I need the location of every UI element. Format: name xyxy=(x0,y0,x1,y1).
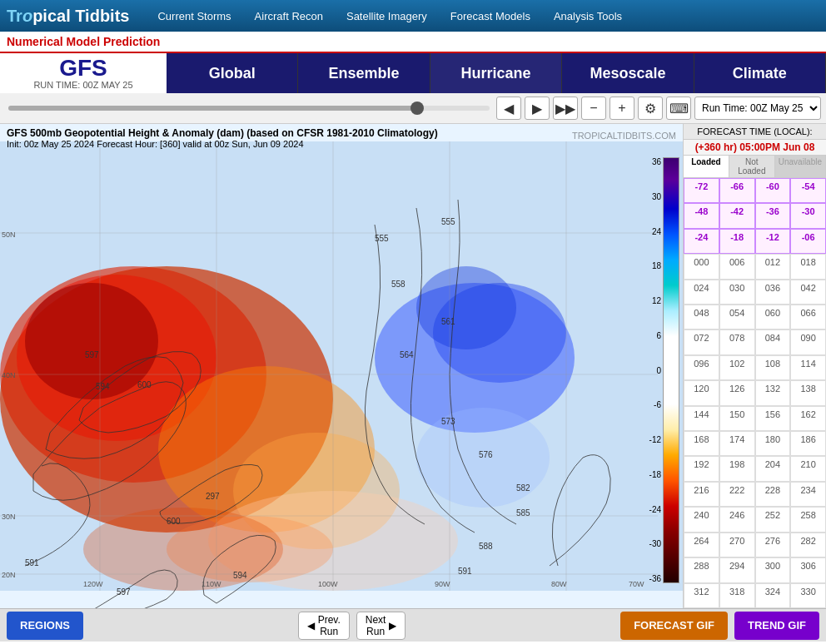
tab-global[interactable]: Global xyxy=(167,53,298,93)
forecast-hour-btn[interactable]: 258 xyxy=(790,507,826,532)
nav-analysis-tools[interactable]: Analysis Tools xyxy=(542,0,634,32)
forecast-hour-btn[interactable]: 030 xyxy=(719,280,755,305)
forecast-hour-btn[interactable]: 072 xyxy=(684,329,719,354)
forecast-hour-btn[interactable]: -42 xyxy=(719,203,755,228)
forecast-hour-btn[interactable]: 288 xyxy=(684,557,719,582)
forecast-hour-btn[interactable]: 252 xyxy=(755,507,791,532)
forecast-hour-btn[interactable]: 192 xyxy=(684,456,719,481)
forecast-hour-btn[interactable]: 012 xyxy=(755,254,791,279)
forecast-hour-btn[interactable]: 330 xyxy=(790,583,826,608)
forecast-gif-button[interactable]: FORECAST GIF xyxy=(620,612,728,640)
scale-labels: 36 30 24 18 12 6 0 -6 -12 -18 -24 -30 -3… xyxy=(649,157,661,583)
forecast-hour-btn[interactable]: 132 xyxy=(755,380,791,405)
forecast-hour-btn[interactable]: 156 xyxy=(755,406,791,431)
forecast-hour-btn[interactable]: 126 xyxy=(719,380,755,405)
tab-unavailable[interactable]: Unavailable xyxy=(775,156,826,177)
forecast-hour-btn[interactable]: 264 xyxy=(684,533,719,557)
forecast-hour-btn[interactable]: -12 xyxy=(755,229,791,254)
forecast-hour-btn[interactable]: 198 xyxy=(719,456,755,481)
forecast-hour-btn[interactable]: 150 xyxy=(719,406,755,431)
forecast-hour-btn[interactable]: 066 xyxy=(790,305,826,329)
trend-gif-button[interactable]: TREND GIF xyxy=(734,612,819,640)
forecast-hour-btn[interactable]: 312 xyxy=(684,583,719,608)
forecast-hour-btn[interactable]: 138 xyxy=(790,380,826,405)
forecast-hour-btn[interactable]: -66 xyxy=(719,178,755,203)
nav-forecast-models[interactable]: Forecast Models xyxy=(439,0,542,32)
forecast-hour-btn[interactable]: -06 xyxy=(790,229,826,254)
forecast-hour-btn[interactable]: 276 xyxy=(755,533,791,557)
forecast-hour-btn[interactable]: 018 xyxy=(790,254,826,279)
forecast-hour-btn[interactable]: 210 xyxy=(790,456,826,481)
forecast-hour-btn[interactable]: 090 xyxy=(790,329,826,354)
forecast-hour-btn[interactable]: 240 xyxy=(684,507,719,532)
forecast-hour-btn[interactable]: 144 xyxy=(684,406,719,431)
forecast-hour-btn[interactable]: 174 xyxy=(719,431,755,456)
forecast-hour-btn[interactable]: 204 xyxy=(755,456,791,481)
forecast-hour-btn[interactable]: 222 xyxy=(719,482,755,507)
settings-button[interactable]: ⚙ xyxy=(638,97,663,120)
forecast-hour-btn[interactable]: 216 xyxy=(684,482,719,507)
next-button[interactable]: ▶▶ xyxy=(553,97,578,120)
forecast-hour-btn[interactable]: 096 xyxy=(684,355,719,380)
forecast-hour-btn[interactable]: -48 xyxy=(684,203,719,228)
forecast-hour-btn[interactable]: -36 xyxy=(755,203,791,228)
scale-label: 12 xyxy=(649,296,661,305)
forecast-hour-btn[interactable]: -30 xyxy=(790,203,826,228)
forecast-hour-btn[interactable]: 102 xyxy=(719,355,755,380)
tab-not-loaded[interactable]: Not Loaded xyxy=(729,156,775,177)
forecast-hour-btn[interactable]: 162 xyxy=(790,406,826,431)
tab-loaded[interactable]: Loaded xyxy=(684,156,729,177)
forecast-slider-container[interactable] xyxy=(5,106,493,111)
forecast-hour-btn[interactable]: 084 xyxy=(755,329,791,354)
forecast-hour-btn[interactable]: -24 xyxy=(684,229,719,254)
forecast-hour-btn[interactable]: 000 xyxy=(684,254,719,279)
forecast-hour-btn[interactable]: 048 xyxy=(684,305,719,329)
forecast-hour-btn[interactable]: 114 xyxy=(790,355,826,380)
forecast-hour-btn[interactable]: 306 xyxy=(790,557,826,582)
forecast-hour-btn[interactable]: 168 xyxy=(684,431,719,456)
forecast-hour-btn[interactable]: 024 xyxy=(684,280,719,305)
forecast-hour-btn[interactable]: 108 xyxy=(755,355,791,380)
forecast-hour-btn[interactable]: 324 xyxy=(755,583,791,608)
tab-mesoscale[interactable]: Mesoscale xyxy=(562,53,694,93)
forecast-hour-btn[interactable]: 318 xyxy=(719,583,755,608)
forecast-hour-btn[interactable]: 186 xyxy=(790,431,826,456)
forecast-hour-btn[interactable]: -60 xyxy=(755,178,791,203)
minus-button[interactable]: − xyxy=(581,97,606,120)
next-run-button[interactable]: NextRun ▶ xyxy=(356,612,406,640)
forecast-slider-thumb[interactable] xyxy=(411,102,424,115)
nav-current-storms[interactable]: Current Storms xyxy=(146,0,242,32)
nav-aircraft-recon[interactable]: Aircraft Recon xyxy=(243,0,335,32)
prev-run-button[interactable]: ◀ Prev.Run xyxy=(298,612,350,640)
run-time-select[interactable]: Run Time: 00Z May 25 xyxy=(694,97,821,120)
keyboard-button[interactable]: ⌨ xyxy=(666,97,691,120)
forecast-hour-btn[interactable]: 078 xyxy=(719,329,755,354)
forecast-hour-btn[interactable]: 270 xyxy=(719,533,755,557)
nav-satellite-imagery[interactable]: Satellite Imagery xyxy=(335,0,439,32)
forecast-hour-btn[interactable]: 228 xyxy=(755,482,791,507)
play-button[interactable]: ▶ xyxy=(525,97,550,120)
regions-button[interactable]: REGIONS xyxy=(7,612,83,640)
forecast-hour-btn[interactable]: -72 xyxy=(684,178,719,203)
tab-hurricane[interactable]: Hurricane xyxy=(430,53,562,93)
tab-climate[interactable]: Climate xyxy=(694,53,826,93)
forecast-hour-btn[interactable]: 120 xyxy=(684,380,719,405)
forecast-hour-btn[interactable]: 180 xyxy=(755,431,791,456)
site-logo[interactable]: Tropical Tidbits xyxy=(7,7,129,26)
plus-button[interactable]: + xyxy=(610,97,634,120)
forecast-hour-btn[interactable]: 060 xyxy=(755,305,791,329)
forecast-hour-btn[interactable]: 036 xyxy=(755,280,791,305)
forecast-hour-btn[interactable]: 042 xyxy=(790,280,826,305)
forecast-hour-btn[interactable]: 006 xyxy=(719,254,755,279)
forecast-hour-btn[interactable]: -18 xyxy=(719,229,755,254)
forecast-hour-btn[interactable]: 054 xyxy=(719,305,755,329)
forecast-hour-btn[interactable]: 282 xyxy=(790,533,826,557)
forecast-hour-btn[interactable]: -54 xyxy=(790,178,826,203)
prev-button[interactable]: ◀ xyxy=(496,97,521,120)
forecast-slider-track[interactable] xyxy=(8,106,490,111)
forecast-hour-btn[interactable]: 234 xyxy=(790,482,826,507)
forecast-hour-btn[interactable]: 246 xyxy=(719,507,755,532)
tab-ensemble[interactable]: Ensemble xyxy=(298,53,430,93)
forecast-hour-btn[interactable]: 294 xyxy=(719,557,755,582)
forecast-hour-btn[interactable]: 300 xyxy=(755,557,791,582)
